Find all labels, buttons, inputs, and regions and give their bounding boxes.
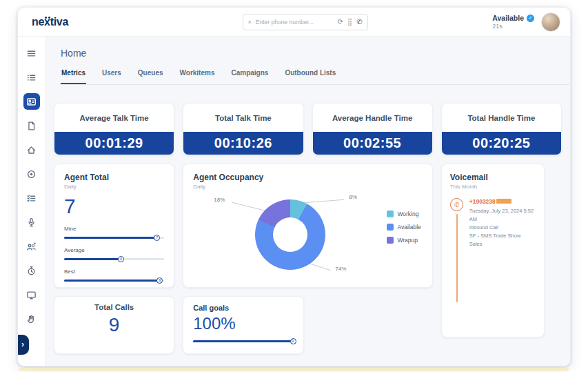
call-goals-value: 100% [193, 314, 293, 333]
voicemail-datetime: Tuesday, July 23, 2024 5:52 AM [469, 207, 536, 224]
metric-title: Total Handle Time [442, 104, 561, 132]
legend-swatch [387, 211, 394, 217]
microphone-icon[interactable] [23, 214, 40, 231]
teams-icon[interactable] [23, 238, 40, 255]
user-avatar[interactable] [541, 12, 560, 32]
tab-users[interactable]: Users [101, 69, 122, 84]
dialpad-icon[interactable]: ⣿ [347, 19, 352, 26]
bottom-strip [19, 368, 569, 371]
logo-dot-icon [45, 17, 47, 19]
metric-card-total-talk-time: Total Talk Time 00:10:26 [183, 103, 303, 155]
goal-progress[interactable]: 9 [193, 337, 293, 344]
slice-label-working: 8% [349, 194, 357, 200]
card-subtitle: Daily [193, 184, 423, 190]
grab-hand-icon[interactable] [23, 311, 40, 327]
occupancy-chart: 18% 8% 74% Working Available [193, 193, 423, 284]
metric-title: Total Talk Time [183, 104, 303, 132]
slider-fill [64, 258, 121, 260]
voicemail-number[interactable]: +1903238 [469, 198, 536, 205]
timeline-line [456, 214, 458, 302]
voicemail-timeline: ✆ [450, 198, 464, 302]
metric-title: Average Handle Time [313, 104, 432, 132]
card-title: Voicemail [450, 173, 536, 182]
agent-occupancy-card: Agent Occupancy Daily 18% 8% 74% [183, 164, 433, 288]
phone-number-input[interactable] [256, 19, 334, 26]
card-title: Call goals [193, 304, 293, 312]
nextiva-logo: nextiva [32, 16, 68, 28]
task-list-icon[interactable] [23, 190, 40, 206]
transfer-icon[interactable]: ⟳ [337, 19, 343, 26]
tab-outbound-lists[interactable]: Outbound Lists [284, 69, 336, 84]
legend-label: Working [397, 211, 418, 217]
voicemail-team: Sales [469, 240, 536, 248]
legend-label: Wrapup [397, 237, 418, 244]
screen-icon[interactable] [23, 286, 40, 303]
tab-bar: Metrics Users Queues Workitems Campaigns… [61, 69, 570, 85]
app-window: nextiva × ⟳ ⣿ ✆ Available ✓ 21s [17, 7, 571, 366]
sidebar-expand-button[interactable]: › [18, 335, 29, 355]
slice-label-wrapup: 18% [214, 197, 225, 203]
voicemail-phone-icon: ✆ [450, 198, 463, 211]
presence-label: Available [492, 14, 524, 22]
phone-dialer-bar: × ⟳ ⣿ ✆ [243, 14, 368, 30]
metric-card-total-handle-time: Total Handle Time 00:20:25 [441, 103, 562, 155]
total-calls-card: Total Calls 9 [54, 296, 174, 354]
main-content: Home Metrics Users Queues Workitems Camp… [45, 37, 570, 366]
queue-list-icon[interactable] [23, 69, 40, 86]
menu-icon[interactable] [23, 45, 40, 61]
legend-label: Available [397, 224, 420, 231]
dashboard-grid: Average Talk Time 00:01:29 Total Talk Ti… [54, 103, 562, 354]
legend-item-working: Working [387, 211, 420, 217]
slider-track[interactable]: 7 [64, 234, 164, 241]
card-title: Agent Occupancy [193, 173, 423, 182]
call-goals-card: Call goals 100% 9 [183, 296, 303, 354]
clear-icon[interactable]: × [248, 19, 252, 26]
slider-track[interactable]: 4 [64, 255, 164, 262]
metric-value: 00:01:29 [54, 132, 174, 155]
slider-mine: Mine 7 [64, 226, 164, 241]
document-icon[interactable] [23, 117, 40, 134]
call-icon[interactable]: ✆ [356, 19, 362, 26]
home-icon[interactable] [23, 141, 40, 158]
tab-metrics[interactable]: Metrics [61, 69, 86, 84]
slider-label: Mine [64, 226, 164, 232]
slider-handle-value: 4 [120, 257, 122, 261]
slider-label: Average [64, 247, 164, 253]
logo-dot-icon [48, 17, 50, 19]
redaction-highlight [496, 199, 511, 204]
metric-value: 00:02:55 [313, 132, 432, 155]
legend-swatch [387, 224, 394, 231]
agent-total-value: 7 [64, 195, 164, 218]
presence-status[interactable]: Available ✓ 21s [492, 14, 534, 30]
record-icon[interactable] [23, 166, 40, 182]
legend-swatch [387, 237, 394, 244]
slice-label-available: 74% [335, 266, 346, 272]
metric-card-average-handle-time: Average Handle Time 00:02:55 [312, 103, 433, 155]
slider-handle[interactable]: 4 [118, 256, 124, 262]
goal-handle[interactable]: 9 [290, 338, 296, 344]
verified-check-icon: ✓ [527, 14, 534, 22]
total-calls-value: 9 [109, 314, 120, 336]
voicemail-direction: Inbound Call [469, 224, 536, 232]
chart-legend: Working Available Wrapup [387, 211, 420, 244]
voicemail-card: Voicemail This Month ✆ +1903238 Tuesday,… [441, 164, 545, 337]
slider-handle[interactable]: 9 [156, 277, 163, 284]
slider-average: Average 4 [64, 247, 164, 262]
legend-item-wrapup: Wrapup [387, 237, 420, 244]
tab-campaigns[interactable]: Campaigns [230, 69, 269, 84]
tab-queues[interactable]: Queues [137, 69, 164, 84]
metric-card-average-talk-time: Average Talk Time 00:01:29 [54, 103, 174, 155]
contacts-icon[interactable] [23, 93, 40, 110]
sidebar [18, 37, 45, 366]
slider-handle[interactable]: 7 [154, 235, 160, 241]
page-title: Home [61, 48, 562, 59]
slider-handle-value: 9 [159, 278, 161, 282]
metric-value: 00:20:25 [442, 132, 561, 155]
voicemail-entry[interactable]: ✆ +1903238 Tuesday, July 23, 2024 5:52 A… [450, 198, 536, 302]
metric-value: 00:10:26 [183, 132, 303, 155]
tab-workitems[interactable]: Workitems [179, 69, 216, 84]
slider-track[interactable]: 9 [64, 277, 164, 284]
slider-label: Best [64, 268, 164, 275]
voicemail-source: SF - SMS Trade Show [469, 232, 536, 240]
timer-icon[interactable] [23, 262, 40, 279]
